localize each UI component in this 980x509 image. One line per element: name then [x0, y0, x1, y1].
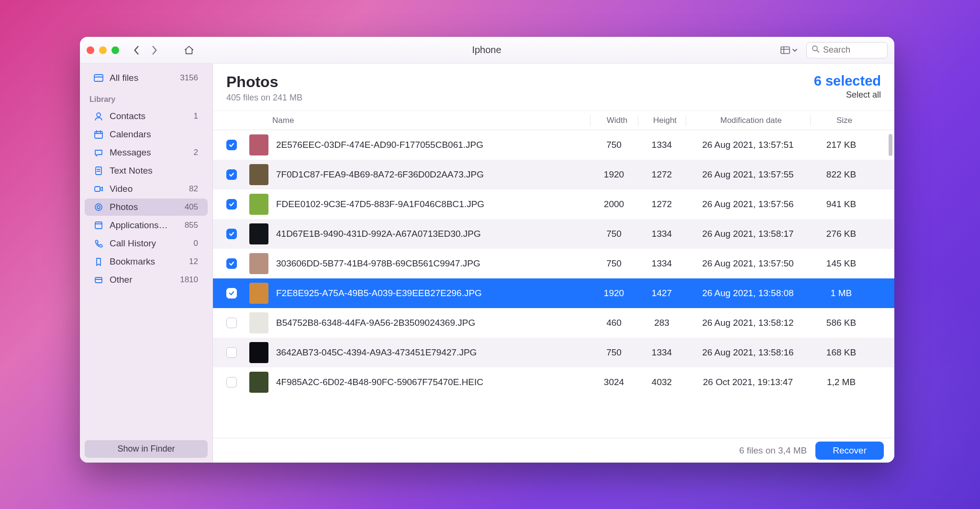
bookmark-icon: [93, 257, 104, 266]
sidebar-item-textnotes[interactable]: Text Notes: [85, 162, 208, 179]
column-size[interactable]: Size: [810, 115, 872, 126]
sidebar-item-other[interactable]: Other 1810: [85, 271, 208, 288]
file-size: 941 KB: [810, 199, 872, 210]
thumbnail-icon: [249, 164, 268, 185]
file-size: 217 KB: [810, 140, 872, 150]
file-width: 3024: [590, 377, 638, 387]
column-date[interactable]: Modification date: [686, 115, 810, 126]
footer: 6 files on 3,4 MB Recover: [213, 438, 894, 463]
home-button[interactable]: [182, 44, 196, 57]
table-row[interactable]: 2E576EEC-03DF-474E-AD90-F177055CB061.JPG…: [213, 130, 894, 160]
sidebar-item-count: 3156: [180, 73, 200, 83]
sidebar-item-label: Other: [110, 275, 133, 285]
svg-rect-20: [95, 277, 102, 283]
file-list[interactable]: 2E576EEC-03DF-474E-AD90-F177055CB061.JPG…: [213, 130, 894, 438]
scrollbar-thumb[interactable]: [889, 134, 892, 156]
app-window: Iphone All files 3156 Library: [80, 37, 894, 463]
file-name: 2E576EEC-03DF-474E-AD90-F177055CB061.JPG: [272, 140, 590, 150]
sidebar-item-count: 1810: [180, 275, 200, 285]
row-checkbox[interactable]: [226, 258, 237, 269]
file-name: F2E8E925-A75A-49B5-A039-E39EEB27E296.JPG: [272, 288, 590, 299]
column-width[interactable]: Width: [590, 115, 638, 126]
file-width: 750: [590, 229, 638, 239]
table-row[interactable]: B54752B8-6348-44FA-9A56-2B3509024369.JPG…: [213, 308, 894, 338]
row-checkbox[interactable]: [226, 288, 237, 299]
table-row[interactable]: 41D67E1B-9490-431D-992A-A67A0713ED30.JPG…: [213, 219, 894, 249]
svg-point-16: [97, 206, 100, 209]
sidebar-item-label: Photos: [110, 202, 138, 212]
sidebar-item-label: Call History: [110, 238, 156, 249]
contacts-icon: [93, 111, 104, 121]
page-title: Photos: [226, 73, 302, 91]
sidebar-item-contacts[interactable]: Contacts 1: [85, 108, 208, 125]
minimize-icon[interactable]: [99, 46, 107, 54]
search-input[interactable]: [823, 45, 882, 55]
sidebar-item-bookmarks[interactable]: Bookmarks 12: [85, 253, 208, 270]
thumbnail-icon: [249, 372, 268, 393]
file-width: 750: [590, 140, 638, 150]
nav-back-button[interactable]: [130, 44, 143, 57]
file-height: 1272: [638, 199, 686, 210]
table-row[interactable]: 4F985A2C-6D02-4B48-90FC-59067F75470E.HEI…: [213, 367, 894, 397]
message-icon: [93, 148, 104, 157]
row-checkbox[interactable]: [226, 347, 237, 358]
row-checkbox[interactable]: [226, 318, 237, 328]
sidebar-item-count: 0: [194, 239, 200, 248]
column-height[interactable]: Height: [638, 115, 686, 126]
file-size: 168 KB: [810, 347, 872, 358]
table-row[interactable]: 303606DD-5B77-41B4-978B-69CB561C9947.JPG…: [213, 249, 894, 278]
svg-rect-5: [94, 75, 103, 81]
sidebar-item-messages[interactable]: Messages 2: [85, 144, 208, 161]
main-panel: Photos 405 files on 241 MB 6 selected Se…: [213, 64, 894, 463]
thumbnail-icon: [249, 283, 268, 304]
file-date: 26 Aug 2021, 13:57:51: [686, 140, 810, 150]
thumbnail-icon: [249, 342, 268, 363]
row-checkbox[interactable]: [226, 140, 237, 150]
sidebar-item-video[interactable]: Video 82: [85, 180, 208, 198]
photo-icon: [93, 202, 104, 212]
column-name[interactable]: Name: [272, 116, 590, 125]
sidebar-item-apps[interactable]: Applications… 855: [85, 217, 208, 234]
svg-rect-0: [781, 47, 790, 54]
table-row[interactable]: F2E8E925-A75A-49B5-A039-E39EEB27E296.JPG…: [213, 278, 894, 308]
file-date: 26 Aug 2021, 13:57:56: [686, 199, 810, 210]
sidebar-item-calendars[interactable]: Calendars: [85, 126, 208, 143]
sidebar-item-callhist[interactable]: Call History 0: [85, 235, 208, 252]
thumbnail-icon: [249, 134, 268, 155]
row-checkbox[interactable]: [226, 169, 237, 180]
search-field[interactable]: [806, 42, 888, 58]
calendar-icon: [93, 130, 104, 139]
file-height: 4032: [638, 377, 686, 387]
sidebar: All files 3156 Library Contacts 1 Calend…: [80, 64, 213, 463]
fullscreen-icon[interactable]: [111, 46, 119, 54]
select-all-button[interactable]: Select all: [814, 90, 881, 100]
page-subtitle: 405 files on 241 MB: [226, 93, 302, 103]
file-name: B54752B8-6348-44FA-9A56-2B3509024369.JPG: [272, 318, 590, 328]
show-in-finder-button[interactable]: Show in Finder: [85, 440, 208, 458]
file-height: 283: [638, 318, 686, 328]
file-width: 2000: [590, 199, 638, 210]
view-options-button[interactable]: [778, 44, 801, 56]
nav-forward-button[interactable]: [148, 44, 161, 57]
file-date: 26 Oct 2021, 19:13:47: [686, 377, 810, 387]
search-icon: [812, 45, 819, 55]
row-checkbox[interactable]: [226, 377, 237, 387]
row-checkbox[interactable]: [226, 229, 237, 239]
row-checkbox[interactable]: [226, 199, 237, 210]
table-row[interactable]: FDEE0102-9C3E-47D5-883F-9A1F046C8BC1.JPG…: [213, 189, 894, 219]
footer-info: 6 files on 3,4 MB: [739, 445, 807, 456]
main-header: Photos 405 files on 241 MB 6 selected Se…: [213, 64, 894, 111]
close-icon[interactable]: [87, 46, 94, 54]
note-icon: [93, 166, 104, 176]
sidebar-item-count: 1: [194, 111, 200, 121]
sidebar-item-label: Text Notes: [110, 166, 153, 176]
file-date: 26 Aug 2021, 13:58:17: [686, 229, 810, 239]
sidebar-section-label: Library: [80, 88, 212, 107]
sidebar-item-photos[interactable]: Photos 405: [85, 199, 208, 216]
table-row[interactable]: 7F0D1C87-FEA9-4B69-8A72-6F36D0D2AA73.JPG…: [213, 160, 894, 189]
table-row[interactable]: 3642AB73-045C-4394-A9A3-473451E79427.JPG…: [213, 338, 894, 367]
window-title: Iphone: [200, 44, 773, 55]
sidebar-item-count: 2: [194, 148, 200, 157]
recover-button[interactable]: Recover: [815, 442, 884, 460]
sidebar-item-all-files[interactable]: All files 3156: [85, 69, 208, 87]
